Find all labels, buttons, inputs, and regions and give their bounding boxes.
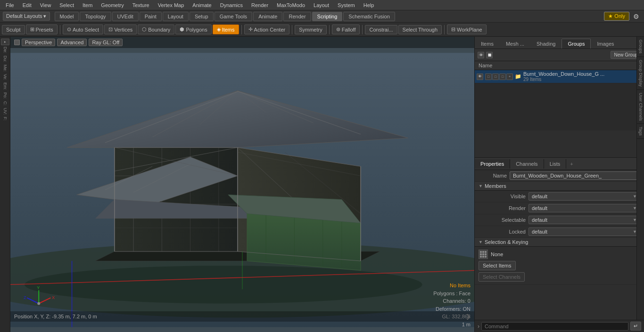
star-only-button[interactable]: ★ Only — [604, 12, 629, 21]
name-input[interactable]: Burnt_Wooden_Down_House_Green_ — [510, 171, 640, 180]
viewport-perspective-label[interactable]: Perspective — [22, 39, 55, 46]
command-enter-button[interactable]: ↵ — [630, 322, 641, 331]
menu-maxtomodo[interactable]: MaxToModo — [273, 1, 309, 9]
sidebar-label-f[interactable]: F: — [3, 116, 8, 121]
sculpt-button[interactable]: Sculpt — [2, 25, 25, 34]
constraints-button[interactable]: Constrai... — [365, 25, 397, 34]
visible-dropdown[interactable]: default ▼ — [528, 192, 640, 201]
no-items-label: No Items — [433, 282, 471, 290]
tab-shading[interactable]: Shading — [530, 39, 561, 49]
polygons-label: Polygons — [186, 27, 207, 32]
command-input[interactable] — [481, 322, 628, 331]
render-dropdown[interactable]: default ▼ — [528, 204, 640, 212]
tab-animate[interactable]: Animate — [253, 12, 282, 21]
tab-items[interactable]: Items — [475, 39, 500, 49]
keying-section: None Select Items Select Channels — [475, 247, 644, 285]
menu-dynamics[interactable]: Dynamics — [216, 1, 247, 9]
viewport-advanced-label[interactable]: Advanced — [57, 39, 87, 46]
group-btn-4[interactable]: + — [506, 73, 513, 80]
vert-label-user-channels[interactable]: User Channels — [637, 90, 644, 124]
select-channels-button[interactable]: Select Channels — [479, 272, 525, 282]
tab-paint[interactable]: Paint — [140, 12, 162, 21]
tab-topology[interactable]: Topology — [80, 12, 111, 21]
sidebar-toggle[interactable]: ▸ — [1, 39, 9, 45]
tab-schematic-fusion[interactable]: Schematic Fusion — [343, 12, 395, 21]
select-items-button[interactable]: Select Items — [479, 261, 516, 270]
tab-render[interactable]: Render — [283, 12, 311, 21]
sidebar-label-em[interactable]: Em: — [3, 81, 8, 91]
vertices-button[interactable]: ⊡ Vertices — [104, 24, 137, 34]
menu-edit[interactable]: Edit — [19, 1, 35, 9]
viewport-toggle[interactable] — [14, 40, 20, 45]
work-plane-button[interactable]: ⊟ WorkPlane — [447, 24, 487, 34]
tab-images[interactable]: Images — [591, 39, 620, 49]
viewport-raygl-label[interactable]: Ray GL: Off — [89, 39, 123, 46]
menu-layout[interactable]: Layout — [310, 1, 333, 9]
menu-view[interactable]: View — [36, 1, 55, 9]
sidebar-label-du[interactable]: Du: — [3, 55, 8, 63]
members-section-header[interactable]: ▼ Members — [475, 182, 644, 191]
group-btn-3[interactable]: □ — [499, 73, 506, 80]
selection-keying-header[interactable]: ▼ Selection & Keying — [475, 238, 644, 247]
sidebar-label-uv[interactable]: UV: — [3, 107, 8, 116]
boundary-button[interactable]: ⬡ Boundary — [138, 24, 174, 34]
auto-select-button[interactable]: ⊙ Auto Select — [63, 24, 103, 34]
menu-item[interactable]: Item — [79, 1, 96, 9]
menu-geometry[interactable]: Geometry — [97, 1, 127, 9]
props-tab-channels[interactable]: Channels — [510, 159, 544, 169]
group-btn-1[interactable]: □ — [485, 73, 492, 80]
props-tab-properties[interactable]: Properties — [475, 159, 510, 169]
tab-model[interactable]: Model — [55, 12, 79, 21]
polygons-label: Polygons : Face — [433, 290, 471, 298]
action-center-button[interactable]: ✛ Action Center — [244, 24, 290, 34]
presets-button[interactable]: ⊞ Presets — [26, 24, 58, 34]
group-btn-2[interactable]: □ — [492, 73, 499, 80]
menu-help[interactable]: Help — [360, 1, 378, 9]
group-eye-icon[interactable]: 👁 — [477, 73, 483, 80]
menu-select[interactable]: Select — [56, 1, 78, 9]
tab-game-tools[interactable]: Game Tools — [215, 12, 253, 21]
menu-animate[interactable]: Animate — [189, 1, 215, 9]
menu-texture[interactable]: Texture — [129, 1, 153, 9]
tab-mesh[interactable]: Mesh ... — [500, 39, 530, 49]
tab-scripting[interactable]: Scripting — [312, 12, 343, 21]
menu-render[interactable]: Render — [248, 1, 272, 9]
3d-viewport[interactable]: Perspective Advanced Ray GL: Off — [10, 37, 474, 332]
select-through-button[interactable]: Select Through — [398, 25, 442, 34]
locked-property-row: Locked default ▼ — [475, 226, 644, 238]
add-props-tab[interactable]: + — [566, 159, 577, 169]
locked-dropdown[interactable]: default ▼ — [528, 227, 640, 236]
menu-system[interactable]: System — [334, 1, 359, 9]
vert-label-tags[interactable]: Tags — [637, 124, 644, 139]
house-model-svg: X Z Y — [10, 48, 474, 332]
viewport-canvas[interactable]: X Z Y No Items Polygons : Face Channels:… — [10, 48, 474, 332]
group-row[interactable]: 👁 □ □ □ + 📁 Burnt_Wooden_Down_House_G ..… — [475, 70, 644, 83]
keying-grid-icon[interactable] — [479, 250, 488, 259]
items-button[interactable]: ◈ Items — [213, 24, 239, 34]
eye-toggle-1[interactable]: 👁 — [478, 52, 484, 58]
tab-uvedit[interactable]: UVEdit — [112, 12, 139, 21]
menu-vertex-map[interactable]: Vertex Map — [154, 1, 188, 9]
command-arrow[interactable]: › — [478, 323, 479, 330]
falloff-button[interactable]: ⊚ Falloff — [332, 24, 360, 34]
tab-setup[interactable]: Setup — [190, 12, 214, 21]
settings-icon[interactable]: ⚙ — [631, 13, 641, 20]
menu-file[interactable]: File — [2, 1, 18, 9]
eye-toggle-2[interactable]: 🔲 — [486, 52, 493, 58]
members-section-label: Members — [485, 183, 506, 189]
vert-label-groups[interactable]: Groups — [637, 37, 644, 57]
polygons-button[interactable]: ⬢ Polygons — [175, 24, 211, 34]
props-tab-lists[interactable]: Lists — [544, 159, 567, 169]
tab-groups[interactable]: Groups — [561, 39, 591, 49]
sidebar-label-de[interactable]: De: — [3, 46, 8, 54]
toolbar-separator-3 — [292, 25, 292, 34]
sidebar-label-me[interactable]: Me: — [3, 64, 8, 73]
tab-layout[interactable]: Layout — [163, 12, 189, 21]
sidebar-label-ve[interactable]: Ve: — [3, 73, 8, 81]
selectable-dropdown[interactable]: default ▼ — [528, 216, 640, 224]
default-layouts-dropdown[interactable]: Default Layouts ▾ — [3, 12, 50, 21]
vert-label-group-display[interactable]: Group Display — [637, 57, 644, 90]
sidebar-label-c[interactable]: C: — [3, 100, 8, 106]
symmetry-button[interactable]: Symmetry — [295, 25, 327, 34]
sidebar-label-po[interactable]: Po: — [3, 91, 8, 100]
